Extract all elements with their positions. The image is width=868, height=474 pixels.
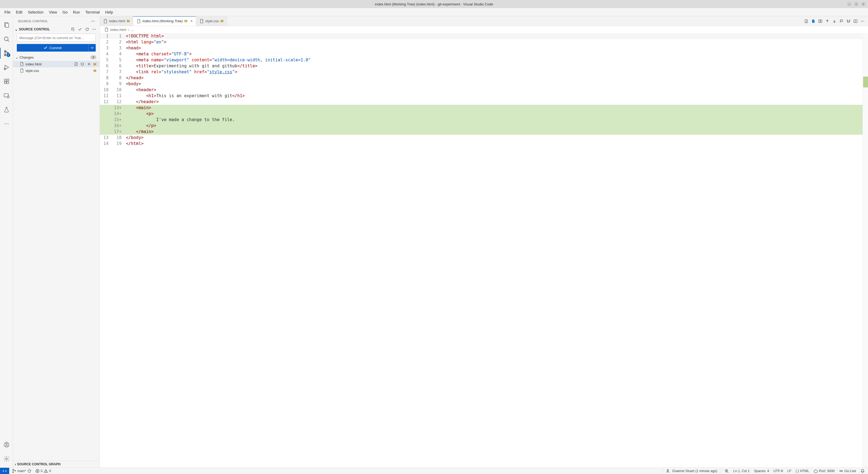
menu-go[interactable]: Go [60,9,70,16]
view-as-tree-icon[interactable] [71,27,75,31]
settings-icon[interactable] [0,452,13,465]
more-icon[interactable] [0,117,13,130]
code-line[interactable]: 13+ <main> [100,105,863,111]
code-line[interactable]: 44 <meta charset="UTF-8"> [100,51,863,57]
svg-point-19 [6,458,7,460]
code-editor[interactable]: 11<!DOCTYPE html>22<html lang="en">33<he… [100,33,868,468]
menu-edit[interactable]: Edit [14,9,25,16]
discard-icon[interactable] [80,62,85,66]
menubar: FileEditSelectionViewGoRunTerminalHelp [0,8,868,16]
menu-file[interactable]: File [2,9,13,16]
menu-selection[interactable]: Selection [26,9,46,16]
previous-change-icon[interactable] [825,19,830,23]
svg-rect-1 [5,23,9,27]
problems-indicator[interactable]: 0 0 [35,469,51,473]
code-line[interactable]: 55 <meta name="viewport" content="width=… [100,57,863,63]
branch-indicator[interactable]: main* [12,469,31,473]
open-changes-icon[interactable] [846,19,850,23]
code-line[interactable]: 1318</body> [100,135,863,141]
notifications-icon[interactable] [860,469,865,473]
file-item-style-css[interactable]: style.cssM [13,67,99,74]
testing-icon[interactable] [0,103,13,116]
zoom-indicator[interactable] [724,469,729,473]
open-file-icon[interactable] [74,62,78,66]
run-debug-icon[interactable] [0,61,13,74]
code-line[interactable]: 22<html lang="en"> [100,39,863,45]
svg-point-18 [6,443,7,445]
commit-check-icon[interactable] [78,27,82,31]
code-line[interactable]: 33<head> [100,45,863,51]
remote-indicator[interactable] [0,468,9,474]
code-line[interactable]: 1010 <header> [100,87,863,93]
maximize-button[interactable]: □ [854,2,859,6]
search-icon[interactable] [0,33,13,46]
minimap-added-region [863,77,868,87]
code-line[interactable]: 66 <title>Experimenting with git and git… [100,63,863,69]
refresh-icon[interactable] [85,27,89,31]
svg-point-24 [94,29,94,30]
code-line[interactable]: 1111 <h1>This is an experiment with git<… [100,93,863,99]
commit-message-input[interactable]: Message (Ctrl+Enter to commit on "mai... [17,34,96,42]
code-line[interactable]: 17+ </main> [100,129,863,135]
eol-indicator[interactable]: LF [787,469,792,473]
split-editor-icon[interactable] [854,19,858,23]
explorer-icon[interactable] [0,19,13,31]
cursor-position[interactable]: Ln 1, Col 1 [733,469,749,473]
scm-badge: 2 [6,53,10,57]
commit-dropdown-button[interactable] [88,44,96,52]
more-icon[interactable] [92,27,96,31]
code-line[interactable]: 11<!DOCTYPE html> [100,33,863,39]
compare-icon[interactable] [818,19,823,23]
extensions-icon[interactable] [0,75,13,88]
code-line[interactable]: 16+ </p> [100,123,863,129]
menu-run[interactable]: Run [71,9,82,16]
svg-point-4 [4,51,6,52]
code-line[interactable]: 77 <link rel="stylesheet" href="style.cs… [100,69,863,75]
code-line[interactable]: 88</head> [100,75,863,81]
section-title: SOURCE CONTROL [19,27,50,31]
close-tab-icon[interactable]: × [191,19,193,23]
tab-style-css[interactable]: style.cssM [196,16,227,26]
menu-help[interactable]: Help [103,9,115,16]
port-indicator[interactable]: Port: 3000 [813,469,835,473]
changes-header[interactable]: ⌄ Changes 2 [13,54,99,61]
code-line[interactable]: 14+ <p> [100,111,863,117]
source-control-icon[interactable]: 2 [0,47,13,60]
titlebar: index.html (Working Tree) (index.html) -… [0,0,868,8]
file-item-index-html[interactable]: index.htmlM [13,61,99,67]
go-to-file-icon[interactable] [804,19,808,23]
whitespace-icon[interactable] [839,19,844,23]
remote-explorer-icon[interactable] [0,89,13,102]
menu-view[interactable]: View [46,9,59,16]
stage-icon[interactable] [87,62,91,66]
svg-point-21 [93,21,93,22]
encoding-indicator[interactable]: UTF-8 [773,469,783,473]
git-blame-indicator[interactable]: Graeme Stuart (1 minute ago) [663,469,720,473]
breadcrumb[interactable]: index.html › … [100,26,868,33]
tab-index-html[interactable]: index.htmlM [100,16,133,26]
stage-file-icon[interactable] [811,19,815,23]
scm-graph-header[interactable]: › SOURCE CONTROL GRAPH [13,461,99,468]
changes-count-badge: 2 [90,55,96,59]
commit-button[interactable]: Commit [17,44,88,52]
scm-section-header[interactable]: ⌄ SOURCE CONTROL [13,26,99,33]
close-button[interactable]: × [861,2,866,6]
accounts-icon[interactable] [0,438,13,451]
menu-terminal[interactable]: Terminal [83,9,102,16]
minimize-button[interactable]: – [847,2,852,6]
code-line[interactable]: 15+ I've made a change to the file. [100,117,863,123]
more-actions-icon[interactable] [91,19,95,23]
language-indicator[interactable]: { } HTML [796,469,809,473]
chevron-down-icon: ⌄ [15,55,19,59]
go-live-indicator[interactable]: Go Live [839,469,856,473]
code-line[interactable]: 1212 </header> [100,99,863,105]
window-controls: – □ × [847,2,866,6]
more-actions-icon[interactable] [860,19,865,23]
minimap[interactable] [863,33,868,468]
next-change-icon[interactable] [832,19,837,23]
code-line[interactable]: 1419</html> [100,141,863,147]
tab-index-html-working-tree-[interactable]: index.html (Working Tree)M× [133,16,196,26]
indent-indicator[interactable]: Spaces: 4 [754,469,769,473]
status-bar: main* 0 0 Graeme Stuart (1 minute ago) L… [0,468,868,474]
code-line[interactable]: 99<body> [100,81,863,87]
